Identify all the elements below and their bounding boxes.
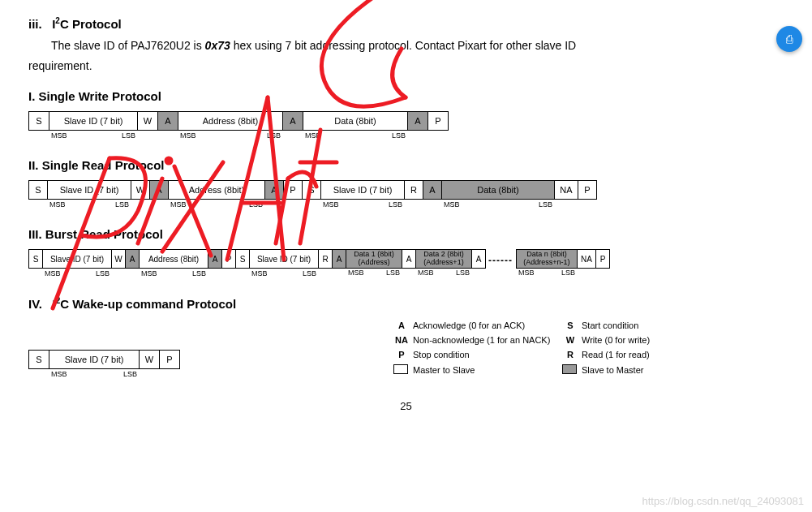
field-ack: A xyxy=(125,249,140,269)
heading-single-read: II. Single Read Protocol xyxy=(28,158,784,172)
heading-burst-read: III. Burst Read Protocol xyxy=(28,227,784,241)
legend-sym-r: R xyxy=(559,350,582,359)
field-nack: NA xyxy=(577,249,596,269)
legend-sym-p: P xyxy=(390,350,413,359)
legend-stop: Stop condition xyxy=(413,350,559,359)
ellipsis: ------ xyxy=(485,252,516,266)
field-data2: Data 2 (8bit)(Address+1) MSBLSB xyxy=(415,249,472,269)
field-data: Data (8bit) MSBLSB xyxy=(441,180,555,200)
field-w: W xyxy=(131,180,150,200)
field-address: Address (8bit) MSBLSB xyxy=(168,180,265,200)
field-start: S xyxy=(28,111,49,131)
fab-button[interactable]: ⎙ xyxy=(776,26,802,52)
field-data: Data (8bit) MSBLSB xyxy=(303,111,408,131)
field-slave-id: Slave ID (7 bit) MSBLSB xyxy=(320,180,405,200)
field-nack: NA xyxy=(554,180,578,200)
page-number: 25 xyxy=(28,400,784,412)
field-slave-id: Slave ID (7 bit) MSBLSB xyxy=(249,249,319,269)
field-ack: A xyxy=(407,111,428,131)
single-write-protocol: S Slave ID (7 bit) MSBLSB W A Address (8… xyxy=(28,111,784,131)
legend-mtos: Master to Slave xyxy=(413,365,559,375)
field-ack: A xyxy=(149,180,169,200)
legend-box-stom xyxy=(559,364,582,376)
legend-ack: Acknowledge (0 for an ACK) xyxy=(413,321,559,330)
legend: A Acknowledge (0 for an ACK) S Start con… xyxy=(390,321,650,376)
field-stop: P xyxy=(427,111,449,131)
desc-line1: The slave ID of PAJ7620U2 is 0x73 hex us… xyxy=(51,37,784,54)
field-w: W xyxy=(111,249,126,269)
legend-write: Write (0 for write) xyxy=(582,335,650,345)
field-stop: P xyxy=(159,350,180,369)
field-ack: A xyxy=(402,249,416,269)
legend-box-mtos xyxy=(390,364,413,376)
field-start: S xyxy=(28,249,43,269)
field-stop: P xyxy=(578,180,597,200)
wakeup-protocol: S Slave ID (7 bit) MSBLSB W P xyxy=(28,350,179,369)
field-start: S xyxy=(28,350,49,369)
field-ack: A xyxy=(208,249,222,269)
legend-sym-na: NA xyxy=(390,335,413,345)
field-start: S xyxy=(235,249,250,269)
heading-single-write: I. Single Write Protocol xyxy=(28,89,784,103)
field-address: Address (8bit) MSBLSB xyxy=(178,111,283,131)
legend-sym-a: A xyxy=(390,321,413,330)
field-slave-id: Slave ID (7 bit) MSBLSB xyxy=(49,111,138,131)
field-stop: P xyxy=(221,249,236,269)
legend-read: Read (1 for read) xyxy=(582,350,650,359)
single-read-protocol: S Slave ID (7 bit) MSBLSB W A Address (8… xyxy=(28,180,784,200)
field-stop: P xyxy=(283,180,303,200)
legend-start: Start condition xyxy=(582,321,650,330)
heading-iii: iii. I2C Protocol xyxy=(28,16,784,31)
legend-stom: Slave to Master xyxy=(582,365,650,375)
field-ack: A xyxy=(264,180,284,200)
field-stop: P xyxy=(595,249,610,269)
legend-nack: Non-acknowledge (1 for an NACK) xyxy=(413,335,559,345)
field-start: S xyxy=(302,180,321,200)
field-slave-id: Slave ID (7 bit) MSBLSB xyxy=(49,350,140,369)
field-r: R xyxy=(404,180,423,200)
legend-sym-s: S xyxy=(559,321,582,330)
field-start: S xyxy=(28,180,48,200)
field-ack: A xyxy=(332,249,346,269)
fab-icon: ⎙ xyxy=(786,32,793,45)
desc-line2: requirement. xyxy=(28,58,784,75)
document-page: iii. I2C Protocol The slave ID of PAJ762… xyxy=(0,0,812,428)
heading-wakeup: IV. I2C Wake-up command Protocol xyxy=(28,296,784,311)
burst-read-protocol: S Slave ID (7 bit) MSBLSB W A Address (8… xyxy=(28,249,784,269)
legend-sym-w: W xyxy=(559,335,582,345)
field-w: W xyxy=(139,350,160,369)
field-slave-id: Slave ID (7 bit) MSBLSB xyxy=(47,180,131,200)
field-ack: A xyxy=(423,180,442,200)
field-r: R xyxy=(318,249,333,269)
field-ack: A xyxy=(471,249,486,269)
slave-id-hex: 0x73 xyxy=(205,39,230,52)
field-w: W xyxy=(137,111,158,131)
field-datan: Data n (8bit)(Address+n-1) MSBLSB xyxy=(516,249,578,269)
field-slave-id: Slave ID (7 bit) MSBLSB xyxy=(42,249,112,269)
field-ack: A xyxy=(157,111,178,131)
watermark-url: https://blog.csdn.net/qq_24093081 xyxy=(642,495,805,507)
field-ack: A xyxy=(282,111,303,131)
field-data1: Data 1 (8bit)(Address) MSBLSB xyxy=(346,249,402,269)
field-address: Address (8bit) MSBLSB xyxy=(139,249,208,269)
